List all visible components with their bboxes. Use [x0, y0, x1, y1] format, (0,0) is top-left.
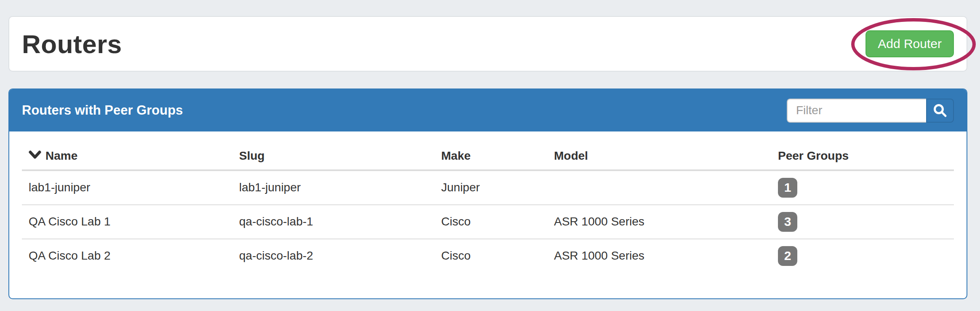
cell-model	[547, 170, 771, 205]
cell-name: QA Cisco Lab 2	[22, 239, 232, 273]
peer-groups-badge[interactable]: 2	[778, 246, 797, 266]
table-row: lab1-juniper lab1-juniper Juniper 1	[22, 170, 954, 205]
table-header-row: Name Slug Make Model Peer Groups	[22, 143, 954, 170]
column-header-name[interactable]: Name	[22, 143, 232, 170]
cell-peer-groups: 3	[771, 205, 954, 239]
column-header-peer-groups[interactable]: Peer Groups	[771, 143, 954, 170]
table-row: QA Cisco Lab 1 qa-cisco-lab-1 Cisco ASR …	[22, 205, 954, 239]
peer-groups-badge[interactable]: 1	[778, 178, 797, 198]
add-router-button[interactable]: Add Router	[865, 30, 954, 57]
search-button[interactable]	[926, 99, 954, 123]
panel-title: Routers with Peer Groups	[22, 103, 183, 118]
panel-heading: Routers with Peer Groups	[9, 89, 967, 131]
table-row: QA Cisco Lab 2 qa-cisco-lab-2 Cisco ASR …	[22, 239, 954, 273]
cell-name: QA Cisco Lab 1	[22, 205, 232, 239]
page: Routers Add Router Routers with Peer Gro…	[0, 0, 980, 311]
cell-slug: qa-cisco-lab-1	[232, 205, 434, 239]
cell-make: Juniper	[434, 170, 547, 205]
column-header-make[interactable]: Make	[434, 143, 547, 170]
cell-slug: lab1-juniper	[232, 170, 434, 205]
routers-panel: Routers with Peer Groups	[8, 88, 967, 299]
search-icon	[932, 103, 948, 118]
cell-peer-groups: 1	[771, 170, 954, 205]
column-header-model[interactable]: Model	[547, 143, 771, 170]
column-header-slug[interactable]: Slug	[232, 143, 434, 170]
cell-name: lab1-juniper	[22, 170, 232, 205]
cell-model: ASR 1000 Series	[547, 205, 771, 239]
cell-model: ASR 1000 Series	[547, 239, 771, 273]
cell-make: Cisco	[434, 205, 547, 239]
cell-make: Cisco	[434, 239, 547, 273]
peer-groups-badge[interactable]: 3	[778, 212, 797, 232]
cell-slug: qa-cisco-lab-2	[232, 239, 434, 273]
panel-body: Name Slug Make Model Peer Groups	[9, 131, 967, 285]
routers-table: Name Slug Make Model Peer Groups	[22, 143, 954, 273]
filter-input[interactable]	[787, 99, 926, 123]
page-header-card: Routers Add Router	[8, 16, 967, 72]
filter-group	[787, 99, 954, 123]
sort-desc-icon	[29, 150, 41, 159]
page-title: Routers	[22, 29, 122, 59]
cell-peer-groups: 2	[771, 239, 954, 273]
